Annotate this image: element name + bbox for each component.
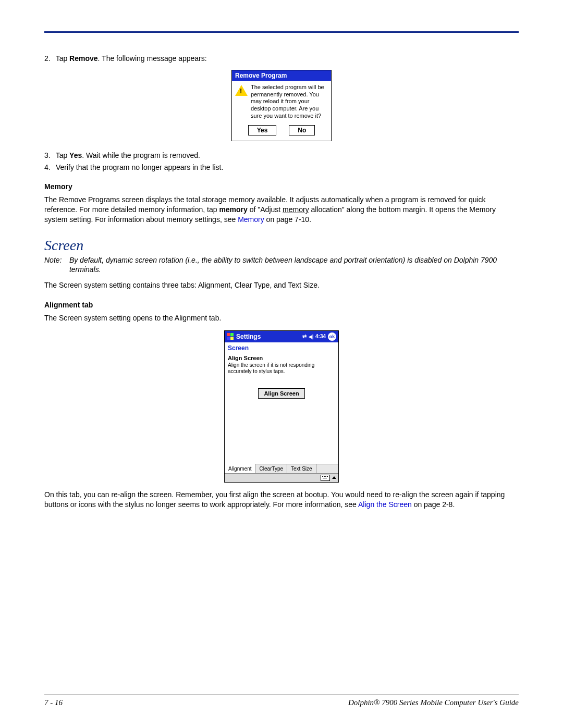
ppc-titlebar: Settings 4:34 ok: [225, 331, 338, 342]
dialog-title: Remove Program: [232, 70, 331, 81]
ppc-time: 4:34: [315, 334, 326, 339]
step-3: 3. Tap Yes. Wait while the program is re…: [44, 151, 519, 161]
ok-button: ok: [328, 332, 336, 341]
top-rule: [44, 31, 519, 33]
dialog-message: The selected program will be permanently…: [251, 84, 328, 120]
alignment-intro: The Screen system setting opens to the A…: [44, 313, 519, 323]
yes-button: Yes: [248, 125, 277, 135]
screen-intro: The Screen system setting contains three…: [44, 280, 519, 290]
menu-arrow-icon: [332, 476, 336, 479]
ppc-bottombar: [225, 473, 338, 482]
align-screen-link[interactable]: Align the Screen: [358, 500, 412, 509]
ppc-tabs: Alignment ClearType Text Size: [225, 464, 338, 473]
tab-alignment: Alignment: [225, 464, 255, 473]
memory-link[interactable]: Memory: [238, 215, 264, 224]
align-screen-heading: Align Screen: [228, 355, 335, 361]
alignment-tab-heading: Alignment tab: [44, 301, 519, 309]
keyboard-icon: [321, 475, 330, 481]
volume-icon: [309, 334, 313, 339]
no-button: No: [289, 125, 315, 135]
align-screen-desc: Align the screen if it is not responding…: [228, 362, 335, 375]
windows-flag-icon: [227, 333, 234, 340]
ppc-subheading: Screen: [225, 342, 338, 353]
connectivity-icon: [302, 334, 307, 339]
memory-paragraph: The Remove Programs screen displays the …: [44, 195, 519, 225]
ppc-title: Settings: [236, 333, 302, 340]
remove-program-dialog-figure: Remove Program The selected program will…: [44, 70, 519, 141]
settings-screen-figure: Settings 4:34 ok Screen Align Screen Ali…: [44, 330, 519, 483]
page-footer: 7 - 16 Dolphin® 7900 Series Mobile Compu…: [44, 695, 519, 707]
step-4: 4. Verify that the program no longer app…: [44, 163, 519, 172]
screen-heading: Screen: [44, 237, 519, 254]
memory-heading: Memory: [44, 182, 519, 191]
tab-text-size: Text Size: [287, 464, 316, 473]
guide-title: Dolphin® 7900 Series Mobile Computer Use…: [348, 698, 519, 707]
screen-note: Note: By default, dynamic screen rotatio…: [44, 256, 519, 274]
step-2: 2. Tap Remove. The following message app…: [44, 54, 519, 64]
tab-cleartype: ClearType: [255, 464, 287, 473]
alignment-after-paragraph: On this tab, you can re-align the screen…: [44, 490, 519, 510]
page-number: 7 - 16: [44, 698, 63, 707]
warning-icon: [235, 85, 248, 96]
align-screen-button: Align Screen: [258, 388, 304, 399]
